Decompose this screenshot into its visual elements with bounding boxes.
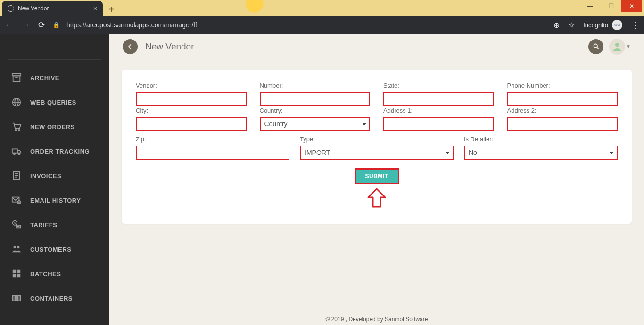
users-icon [10,244,23,254]
nav-forward-icon[interactable]: → [21,20,30,30]
svg-rect-8 [12,149,17,153]
decoration-sun-icon [245,0,264,13]
nav-reload-icon[interactable]: ⟳ [37,20,46,30]
vendor-input[interactable] [136,92,247,106]
is-retailer-label: Is Retailer: [464,136,618,143]
svg-point-22 [17,246,19,249]
svg-point-35 [615,43,619,47]
tab-title: New Vendor [18,5,49,12]
sidebar-item-tariffs[interactable]: $ TARIFFS [0,212,109,237]
mail-clock-icon [10,195,23,205]
incognito-icon: 👓 [612,20,622,30]
tab-favicon-icon [8,5,14,12]
sidebar-divider [8,59,101,60]
address2-input[interactable] [507,117,618,131]
sidebar-item-label: WEB QUERIES [30,99,76,106]
footer: © 2019 , Developed by Sanmol Software [109,313,644,325]
page-zoom-icon[interactable]: ⊕ [553,21,560,30]
sidebar-item-label: ORDER TRACKING [30,148,90,155]
sidebar-item-web-queries[interactable]: WEB QUERIES [0,90,109,114]
svg-rect-23 [13,270,16,273]
window-close-button[interactable]: ✕ [621,0,642,12]
browser-tab-active[interactable]: New Vendor × [2,1,103,16]
cart-icon [10,122,23,132]
url-host: areopost.sanmolapps.com [86,21,164,29]
globe-icon [10,97,23,107]
state-input[interactable] [383,92,494,106]
tariff-icon: $ [10,219,23,230]
nav-back-icon[interactable]: ← [5,20,14,30]
url-display[interactable]: https://areopost.sanmolapps.com/manager/… [66,21,547,29]
sidebar-item-containers[interactable]: CONTAINERS [0,286,109,310]
sidebar-item-batches[interactable]: BATCHES [0,261,109,286]
header-bar: New Vendor ▼ [109,34,644,59]
svg-text:$: $ [14,221,16,225]
sidebar-item-customers[interactable]: CUSTOMERS [0,237,109,261]
submit-button[interactable]: SUBMIT [355,168,399,184]
state-label: State: [383,82,494,89]
sidebar-item-invoices[interactable]: INVOICES [0,163,109,188]
zip-input[interactable] [136,146,289,160]
address1-label: Address 1: [383,107,494,114]
sidebar-item-archive[interactable]: ARCHIVE [0,65,109,90]
truck-icon [10,146,23,156]
window-controls: — ❐ ✕ [580,0,642,16]
sidebar-item-label: EMAIL HISTORY [30,197,81,204]
form-card: Vendor: Number: State: Phone Number: [122,70,632,224]
vendor-label: Vendor: [136,82,247,89]
sidebar-item-new-orders[interactable]: NEW ORDERS [0,114,109,139]
sidebar-item-label: NEW ORDERS [30,123,75,130]
footer-text: © 2019 , Developed by Sanmol Software [326,316,428,323]
arrow-up-annotation-icon [365,188,388,208]
number-input[interactable] [260,92,371,106]
window-minimize-button[interactable]: — [580,0,601,12]
bookmark-star-icon[interactable]: ☆ [568,21,575,30]
svg-point-9 [14,153,16,155]
svg-rect-26 [17,274,20,277]
back-button[interactable] [123,39,138,54]
phone-label: Phone Number: [507,82,618,89]
url-path: /manager/ff [164,21,197,29]
page-title: New Vendor [145,41,194,52]
browser-url-bar: ← → ⟳ 🔒 https://areopost.sanmolapps.com/… [0,16,644,34]
sidebar-item-label: TARIFFS [30,221,57,228]
phone-input[interactable] [507,92,618,106]
svg-rect-24 [17,270,20,273]
country-select[interactable]: Country [260,117,371,131]
svg-rect-1 [13,76,20,81]
sidebar-item-label: INVOICES [30,172,61,179]
svg-point-33 [594,44,597,48]
svg-point-6 [15,130,17,131]
address1-input[interactable] [383,117,494,131]
sidebar-item-email-history[interactable]: EMAIL HISTORY [0,188,109,212]
chevron-left-icon [127,43,133,50]
country-label: Country: [260,107,371,114]
sidebar-item-label: BATCHES [30,270,61,277]
type-label: Type: [300,136,454,143]
number-label: Number: [260,82,371,89]
window-maximize-button[interactable]: ❐ [601,0,621,12]
sidebar-item-label: ARCHIVE [30,74,59,81]
search-button[interactable] [588,39,603,54]
sidebar-item-order-tracking[interactable]: ORDER TRACKING [0,139,109,163]
svg-point-7 [18,130,20,131]
svg-point-21 [14,246,16,249]
user-avatar[interactable] [609,39,625,55]
user-icon [611,41,623,52]
url-scheme: https:// [66,21,86,29]
city-input[interactable] [136,117,247,131]
archive-icon [10,73,23,83]
address2-label: Address 2: [507,107,618,114]
search-icon [593,43,600,50]
tab-close-icon[interactable]: × [93,5,97,12]
chevron-down-icon[interactable]: ▼ [626,44,631,49]
lock-icon: 🔒 [53,22,60,28]
browser-menu-icon[interactable]: ⋮ [631,20,639,30]
type-select[interactable]: IMPORT [300,146,454,160]
new-tab-button[interactable]: + [105,3,118,16]
grid-icon [10,268,23,279]
sidebar-item-label: CONTAINERS [30,295,73,302]
is-retailer-select[interactable]: No [464,146,618,160]
sidebar-item-label: CUSTOMERS [30,246,71,253]
svg-rect-25 [13,274,16,277]
